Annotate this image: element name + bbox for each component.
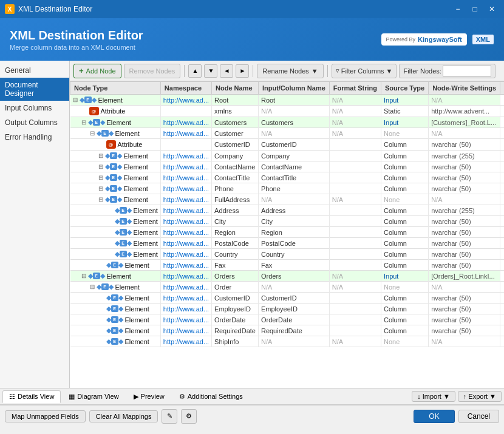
clear-all-mappings-button[interactable]: Clear All Mappings [89,410,158,422]
export-button[interactable]: ↑ Export ▼ [458,391,502,402]
source-type-cell: Column [381,249,428,260]
minimize-button[interactable]: − [451,3,465,15]
input-column-cell: Orders [258,271,329,282]
sidebar-item-error-handling[interactable]: Error Handling [0,130,69,144]
cancel-button[interactable]: Cancel [458,410,499,423]
table-row[interactable]: ◆E◆Element [70,238,161,249]
expand-collapse-icon[interactable]: ⊟ [98,196,103,203]
element-icon: ◆E◆ [97,283,114,291]
col-input-column: Input/Column Name [258,82,329,95]
indent-right-button[interactable]: ► [236,64,249,78]
source-type-cell: Column [381,183,428,194]
add-node-button[interactable]: + Add Node [73,64,121,78]
map-unmapped-label: Map Unmapped Fields [12,413,79,420]
table-row[interactable]: ⊟◆E◆Element [70,117,161,128]
table-row[interactable]: @Attribute [70,139,161,151]
namespace-cell: http://www.ad... [160,117,211,128]
table-row[interactable]: ⊟◆E◆Element [70,151,161,161]
expand-collapse-icon[interactable]: ⊟ [98,185,103,192]
close-button[interactable]: ✕ [485,3,499,15]
ok-label: OK [429,412,439,421]
icon-btn-1[interactable]: ✎ [162,409,177,424]
import-label: Import [423,393,441,400]
table-row[interactable]: ◆E◆Element [70,205,161,216]
table-row[interactable]: ⊟◆E◆Element [70,172,161,183]
node-type-text: Attribute [101,107,126,115]
move-down-button[interactable]: ▼ [204,64,217,78]
tab-additional-settings[interactable]: ⚙ Additional Settings [172,390,250,403]
namespace-cell: http://www.ad... [160,249,211,260]
node-name-cell: Root [212,95,259,106]
source-type-cell: None [381,128,428,139]
node-name-cell: Phone [212,183,259,194]
maximize-button[interactable]: □ [468,3,482,15]
tab-preview[interactable]: ▶ Preview [127,390,171,403]
ok-button[interactable]: OK [414,410,454,423]
node-name-cell: OrderDate [212,314,259,325]
export-label: Export [468,393,488,400]
table-row[interactable]: ◆E◆Element [70,336,161,347]
table-row[interactable]: ◆E◆Element [70,293,161,303]
node-write-cell: N/A [429,95,500,106]
table-row[interactable]: ◆E◆Element [70,227,161,238]
table-row[interactable]: ◆E◆Element [70,216,161,227]
table-row[interactable]: @Attribute [70,106,161,117]
namespace-cell: http://www.ad... [160,128,211,139]
map-unmapped-fields-button[interactable]: Map Unmapped Fields [5,410,86,422]
expand-collapse-icon[interactable]: ⊟ [90,130,95,137]
header: XML Destination Editor Merge column data… [0,18,504,61]
filter-nodes-input[interactable] [443,66,491,76]
data-table-container: Node Type Namespace Node Name Input/Colu… [70,81,504,388]
move-up-button[interactable]: ▲ [188,64,202,78]
table-row[interactable]: ⊟◆E◆Element [70,194,161,205]
node-write-cell: [Orders]_Root.LinkI... [429,271,500,282]
node-name-cell: Address [212,205,259,216]
rename-nodes-button[interactable]: Rename Nodes ▼ [257,64,323,78]
namespace-cell: http://www.ad... [160,205,211,216]
sidebar-item-output-columns[interactable]: Output Columns [0,115,69,130]
node-name-cell: EmployeeID [212,303,259,314]
format-string-cell [329,183,381,194]
namespace-cell: http://www.ad... [160,314,211,325]
filter-columns-label: Filter Columns [341,67,384,75]
table-row[interactable]: ⊟◆E◆Element [70,282,161,293]
expand-collapse-icon[interactable]: ⊟ [81,119,86,126]
indent-left-button[interactable]: ◄ [220,64,233,78]
sidebar-item-general[interactable]: General [0,63,69,78]
source-type-cell: Column [381,314,428,325]
expand-collapse-icon[interactable]: ⊟ [90,283,95,290]
table-row[interactable]: ⊟◆E◆Element [70,95,161,106]
sidebar-item-input-columns[interactable]: Input Columns [0,101,69,115]
element-icon: ◆E◆ [97,129,114,137]
expand-collapse-icon[interactable]: ⊟ [81,273,86,279]
expand-collapse-icon[interactable]: ⊟ [73,97,78,103]
table-row[interactable]: ◆E◆Element [70,303,161,314]
filter-columns-button[interactable]: ▿ Filter Columns ▼ [332,64,397,78]
tab-diagram-view[interactable]: ▦ Diagram View [62,390,125,403]
table-row[interactable]: ◆E◆Element [70,249,161,260]
table-row[interactable]: ⊟◆E◆Element [70,161,161,172]
expand-collapse-icon[interactable]: ⊟ [98,163,103,170]
node-type-text: Element [107,119,131,126]
table-row[interactable]: ◆E◆Element [70,260,161,271]
import-button[interactable]: ↓ Import ▼ [412,391,455,402]
table-row[interactable]: ⊟◆E◆Element [70,183,161,194]
input-column-cell: N/A [258,336,329,347]
table-row[interactable]: ◆E◆Element [70,314,161,325]
node-name-cell: Region [212,227,259,238]
table-row[interactable]: ◆E◆Element [70,325,161,336]
details-view-label: Details View [18,393,54,400]
tab-details-view[interactable]: ☷ Details View [2,390,61,403]
table-row[interactable]: ⊟◆E◆Element [70,271,161,282]
node-write-cell: nvarchar (50) [429,161,500,172]
rename-dropdown-icon: ▼ [312,67,318,75]
remove-nodes-button[interactable]: Remove Nodes [124,64,181,78]
icon-btn-2[interactable]: ⚙ [181,409,197,424]
expand-collapse-icon[interactable]: ⊟ [98,174,103,181]
element-icon: ◆E◆ [106,316,123,324]
table-row[interactable]: ⊟◆E◆Element [70,128,161,139]
expand-collapse-icon[interactable]: ⊟ [98,152,103,159]
source-type-cell: Column [381,303,428,314]
sidebar-item-document-designer[interactable]: Document Designer [0,78,69,101]
source-type-cell: Column [381,216,428,227]
